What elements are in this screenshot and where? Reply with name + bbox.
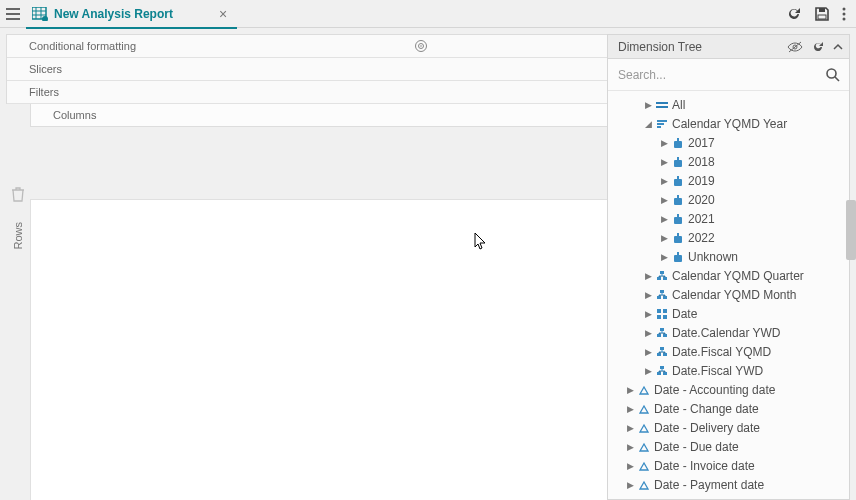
search-icon xyxy=(825,67,841,83)
tree-node-2020[interactable]: ▶ 2020 xyxy=(608,190,849,209)
tree-node-unknown[interactable]: ▶ Unknown xyxy=(608,247,849,266)
hierarchy-icon xyxy=(656,366,668,376)
member-icon xyxy=(672,138,684,148)
svg-rect-42 xyxy=(657,334,661,337)
chevron-right-icon: ▶ xyxy=(644,290,652,300)
tree-node-date-rate[interactable]: ▶ Date - Rate Date xyxy=(608,494,849,499)
search-button[interactable] xyxy=(825,67,841,83)
grid-icon xyxy=(656,309,668,319)
chevron-right-icon: ▶ xyxy=(626,461,634,471)
svg-rect-24 xyxy=(674,198,682,205)
tree-label: Date - Delivery date xyxy=(654,421,760,435)
hierarchy-icon xyxy=(656,328,668,338)
member-icon xyxy=(672,195,684,205)
slicers-label: Slicers xyxy=(29,63,62,75)
member-icon xyxy=(672,157,684,167)
svg-point-11 xyxy=(827,69,836,78)
tree-node-cal-year[interactable]: ◢ Calendar YQMD Year xyxy=(608,114,849,133)
tree-node-dc-ywd[interactable]: ▶ Date.Calendar YWD xyxy=(608,323,849,342)
tree-node-date-due[interactable]: ▶ Date - Due date xyxy=(608,437,849,456)
chevron-right-icon: ▶ xyxy=(626,442,634,452)
svg-rect-16 xyxy=(657,126,661,128)
chevron-right-icon: ▶ xyxy=(644,100,652,110)
tree-node-cal-quarter[interactable]: ▶ Calendar YQMD Quarter xyxy=(608,266,849,285)
svg-point-4 xyxy=(843,7,846,10)
tree-label: Unknown xyxy=(688,250,738,264)
tree-node-date-change[interactable]: ▶ Date - Change date xyxy=(608,399,849,418)
tree-node-cal-month[interactable]: ▶ Calendar YQMD Month xyxy=(608,285,849,304)
svg-point-9 xyxy=(420,45,422,47)
svg-rect-38 xyxy=(663,309,667,313)
tree-node-2019[interactable]: ▶ 2019 xyxy=(608,171,849,190)
svg-rect-37 xyxy=(657,309,661,313)
tree-node-date[interactable]: ▶ Date xyxy=(608,304,849,323)
more-button[interactable] xyxy=(842,6,846,22)
search-input[interactable] xyxy=(616,67,819,83)
tab-active[interactable]: New Analysis Report × xyxy=(26,0,237,28)
tree-node-df-ywd[interactable]: ▶ Date.Fiscal YWD xyxy=(608,361,849,380)
menu-button[interactable] xyxy=(0,0,26,28)
svg-rect-15 xyxy=(657,123,664,125)
tree-label: Date.Fiscal YQMD xyxy=(672,345,771,359)
tab-close-button[interactable]: × xyxy=(219,6,227,22)
trash-icon xyxy=(11,186,25,202)
chevron-right-icon: ▶ xyxy=(660,214,668,224)
svg-rect-3 xyxy=(818,15,826,19)
chevron-right-icon: ▶ xyxy=(644,347,652,357)
tree-node-date-delivery[interactable]: ▶ Date - Delivery date xyxy=(608,418,849,437)
svg-rect-29 xyxy=(677,252,679,255)
member-icon xyxy=(672,252,684,262)
save-button[interactable] xyxy=(814,6,830,22)
chevron-right-icon: ▶ xyxy=(626,404,634,414)
hierarchy-icon xyxy=(656,347,668,357)
svg-rect-44 xyxy=(660,347,664,350)
chevron-right-icon: ▶ xyxy=(626,499,634,500)
hierarchy-icon xyxy=(656,290,668,300)
svg-rect-17 xyxy=(677,138,679,141)
member-icon xyxy=(672,176,684,186)
tree-node-date-payment[interactable]: ▶ Date - Payment date xyxy=(608,475,849,494)
hamburger-icon xyxy=(5,7,21,21)
chevron-down-icon: ◢ xyxy=(644,119,652,129)
tree-label: 2020 xyxy=(688,193,715,207)
dimension-tree: ▶ All ◢ Calendar YQMD Year ▶ 2017 ▶ 2018… xyxy=(608,91,849,499)
tree-node-date-accounting[interactable]: ▶ Date - Accounting date xyxy=(608,380,849,399)
dimension-icon xyxy=(638,461,650,471)
dimension-search xyxy=(608,59,849,91)
chevron-right-icon: ▶ xyxy=(626,385,634,395)
dimension-icon xyxy=(638,499,650,500)
tree-node-df-yqmd[interactable]: ▶ Date.Fiscal YQMD xyxy=(608,342,849,361)
chevron-right-icon: ▶ xyxy=(626,423,634,433)
columns-label: Columns xyxy=(53,109,96,121)
scrollbar-thumb[interactable] xyxy=(846,200,856,260)
svg-rect-23 xyxy=(677,195,679,198)
panel-collapse-button[interactable] xyxy=(833,43,843,51)
delete-button[interactable] xyxy=(11,186,25,202)
tree-node-2018[interactable]: ▶ 2018 xyxy=(608,152,849,171)
tree-label: Date - Payment date xyxy=(654,478,764,492)
svg-point-6 xyxy=(843,17,846,20)
conditional-formatting-label: Conditional formatting xyxy=(29,40,136,52)
tree-node-2017[interactable]: ▶ 2017 xyxy=(608,133,849,152)
svg-rect-36 xyxy=(663,296,667,299)
member-icon xyxy=(672,214,684,224)
tree-node-date-invoice[interactable]: ▶ Date - Invoice date xyxy=(608,456,849,475)
topbar: New Analysis Report × xyxy=(0,0,856,28)
svg-rect-22 xyxy=(674,179,682,186)
svg-rect-34 xyxy=(660,290,664,293)
svg-rect-30 xyxy=(674,255,682,262)
svg-rect-33 xyxy=(663,277,667,280)
panel-refresh-button[interactable] xyxy=(811,40,825,54)
tree-node-2021[interactable]: ▶ 2021 xyxy=(608,209,849,228)
tree-label: 2019 xyxy=(688,174,715,188)
refresh-button[interactable] xyxy=(786,6,802,22)
refresh-icon xyxy=(786,6,802,22)
dimension-icon xyxy=(638,442,650,452)
svg-rect-12 xyxy=(656,102,668,104)
svg-rect-20 xyxy=(674,160,682,167)
visibility-toggle[interactable] xyxy=(787,41,803,53)
tree-label: Date.Calendar YWD xyxy=(672,326,781,340)
tree-node-2022[interactable]: ▶ 2022 xyxy=(608,228,849,247)
chevron-right-icon: ▶ xyxy=(644,366,652,376)
tree-node-all[interactable]: ▶ All xyxy=(608,95,849,114)
